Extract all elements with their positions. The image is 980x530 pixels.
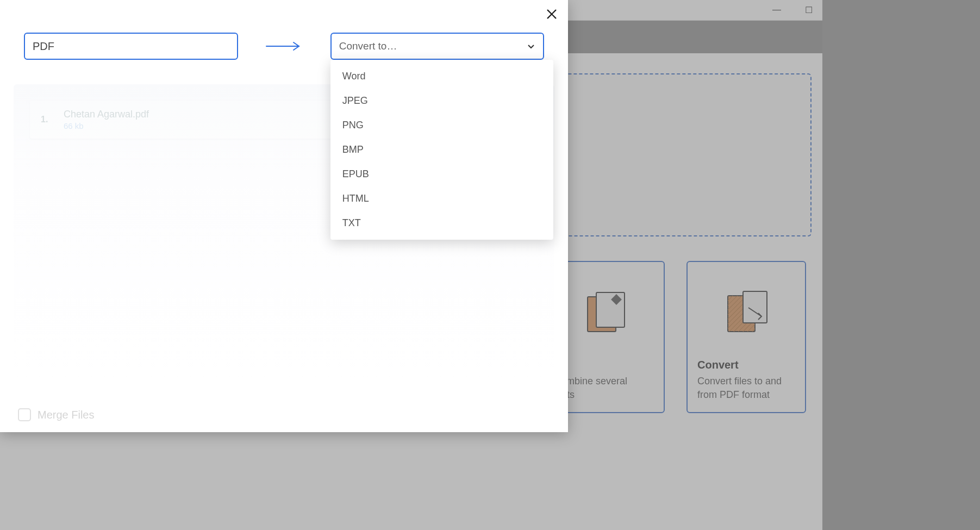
maximize-button[interactable]: ☐ — [801, 2, 817, 18]
dropdown-option-jpeg[interactable]: JPEG — [330, 89, 553, 113]
dropdown-option-word[interactable]: Word — [330, 64, 553, 89]
convert-modal: PDF Convert to… Word JPEG PNG BMP EPUB H… — [0, 0, 568, 432]
merge-files-label: Merge Files — [38, 409, 94, 421]
convert-desc: Convert files to and from PDF format — [697, 375, 795, 401]
dropdown-option-html[interactable]: HTML — [330, 186, 553, 211]
merge-files-checkbox[interactable] — [18, 408, 31, 421]
convert-card[interactable]: Convert Convert files to and from PDF fo… — [686, 261, 806, 413]
dropdown-option-epub[interactable]: EPUB — [330, 162, 553, 186]
arrow-right-icon — [265, 41, 303, 52]
convert-to-dropdown: Word JPEG PNG BMP EPUB HTML TXT — [330, 60, 553, 240]
svg-rect-6 — [743, 291, 767, 323]
merge-files-row: Merge Files — [18, 408, 94, 421]
convert-icon — [697, 273, 795, 353]
source-format-input[interactable]: PDF — [24, 33, 238, 60]
convert-title: Convert — [697, 359, 795, 371]
dropdown-option-png[interactable]: PNG — [330, 113, 553, 138]
format-row: PDF Convert to… Word JPEG PNG BMP EPUB H… — [0, 0, 568, 60]
merge-icon — [556, 273, 654, 353]
merge-desc: combine several ents — [556, 375, 654, 401]
minimize-button[interactable]: — — [768, 2, 785, 18]
close-button[interactable] — [543, 5, 560, 23]
merge-title: e — [556, 359, 654, 371]
convert-to-select[interactable]: Convert to… — [330, 33, 544, 60]
file-size: 66 kb — [64, 121, 149, 130]
window-controls: — ☐ — [768, 0, 817, 20]
convert-to-placeholder: Convert to… — [339, 40, 397, 52]
file-name: Chetan Agarwal.pdf — [64, 109, 149, 120]
chevron-down-icon — [527, 42, 535, 51]
svg-rect-1 — [596, 292, 625, 327]
dropdown-option-bmp[interactable]: BMP — [330, 138, 553, 162]
file-number: 1. — [41, 115, 54, 124]
dropdown-option-txt[interactable]: TXT — [330, 211, 553, 235]
